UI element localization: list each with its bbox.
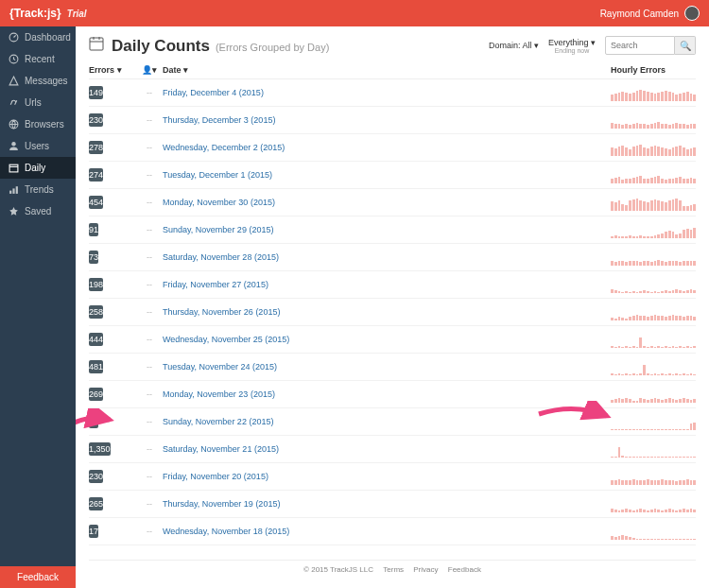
brand-name: {Track:js} [9, 7, 61, 20]
search-input[interactable] [605, 36, 675, 55]
browsers-icon [8, 119, 19, 130]
date-link[interactable]: Wednesday, November 18 (2015) [163, 527, 611, 536]
col-users[interactable]: 👤▾ [136, 65, 163, 75]
error-count-badge: 230 [89, 113, 103, 127]
copyright: © 2015 TrackJS LLC [303, 565, 373, 574]
date-link[interactable]: Tuesday, December 1 (2015) [163, 170, 611, 180]
sidebar-item-label: Users [25, 141, 49, 151]
user-count: -- [136, 115, 163, 125]
date-link[interactable]: Thursday, November 26 (2015) [163, 307, 611, 317]
sidebar-item-trends[interactable]: Trends [0, 179, 76, 200]
sidebar-item-browsers[interactable]: Browsers [0, 113, 76, 135]
svg-rect-10 [90, 38, 103, 50]
date-link[interactable]: Tuesday, November 24 (2015) [163, 362, 611, 372]
title-subtitle: (Errors Grouped by Day) [216, 42, 329, 53]
sidebar-item-users[interactable]: Users [0, 135, 76, 157]
table-row: 198--Friday, November 27 (2015) [89, 271, 696, 299]
user-name: Raymond Camden [600, 9, 679, 19]
hourly-sparkline [611, 249, 696, 266]
column-headers: Errors ▾ 👤▾ Date ▾ Hourly Errors [89, 61, 696, 79]
feedback-button[interactable]: Feedback [0, 566, 76, 588]
error-count-badge: 149 [89, 86, 103, 99]
hourly-sparkline [611, 84, 696, 101]
sort-icon: ▾ [117, 65, 122, 75]
svg-rect-7 [9, 191, 11, 194]
date-link[interactable]: Saturday, November 21 (2015) [163, 444, 611, 454]
sidebar: DashboardRecentMessagesUrlsBrowsersUsers… [0, 26, 76, 588]
topbar: {Track:js} Trial Raymond Camden [0, 0, 709, 26]
date-link[interactable]: Friday, December 4 (2015) [163, 88, 611, 97]
search-icon: 🔍 [680, 41, 691, 51]
date-link[interactable]: Thursday, December 3 (2015) [163, 115, 611, 125]
trial-badge: Trial [67, 9, 87, 19]
hourly-sparkline [611, 441, 696, 458]
main: Daily Counts (Errors Grouped by Day) Dom… [76, 26, 709, 588]
title-text: Daily Counts [112, 37, 210, 56]
sidebar-item-label: Browsers [25, 119, 64, 130]
date-link[interactable]: Thursday, November 19 (2015) [163, 499, 611, 509]
col-errors[interactable]: Errors ▾ [89, 65, 136, 75]
date-link[interactable]: Saturday, November 28 (2015) [163, 252, 611, 262]
controls: Domain: All ▾ Everything ▾Ending now 🔍 [489, 36, 696, 55]
domain-filter[interactable]: Domain: All ▾ [489, 41, 539, 50]
error-count-badge: 481 [89, 360, 103, 373]
hourly-sparkline [611, 139, 696, 156]
error-count-badge: 17 [89, 525, 98, 538]
table-row: 17--Wednesday, November 18 (2015) [89, 518, 696, 545]
sidebar-item-label: Trends [25, 184, 54, 195]
hourly-sparkline [611, 468, 696, 485]
date-link[interactable]: Friday, November 20 (2015) [163, 472, 611, 481]
search-button[interactable]: 🔍 [675, 36, 696, 55]
scope-filter[interactable]: Everything ▾Ending now [548, 38, 596, 54]
date-link[interactable]: Monday, November 30 (2015) [163, 198, 611, 207]
search: 🔍 [605, 36, 696, 55]
footer-link[interactable]: Privacy [413, 565, 438, 574]
table-row: 444--Wednesday, November 25 (2015) [89, 326, 696, 354]
sidebar-item-dashboard[interactable]: Dashboard [0, 26, 76, 48]
hourly-sparkline [611, 112, 696, 129]
table-row: 73--Saturday, November 28 (2015) [89, 244, 696, 271]
user-count: -- [136, 143, 163, 152]
user-count: -- [136, 280, 163, 289]
sidebar-item-label: Dashboard [25, 32, 71, 43]
sidebar-item-saved[interactable]: Saved [0, 200, 76, 222]
user-count: -- [136, 88, 163, 97]
error-count-badge: 258 [89, 305, 103, 319]
footer-link[interactable]: Feedback [448, 565, 481, 574]
error-count-badge: 1,350 [89, 442, 111, 456]
table-row: 274--Tuesday, December 1 (2015) [89, 162, 696, 189]
date-link[interactable]: Monday, November 23 (2015) [163, 389, 611, 399]
hourly-sparkline [611, 194, 696, 211]
date-link[interactable]: Wednesday, November 25 (2015) [163, 335, 611, 344]
date-link[interactable]: Sunday, November 29 (2015) [163, 225, 611, 234]
brand[interactable]: {Track:js} Trial [9, 7, 87, 20]
user-count: -- [136, 499, 163, 509]
calendar-icon [89, 36, 104, 51]
sidebar-item-messages[interactable]: Messages [0, 70, 76, 92]
table-row: 278--Wednesday, December 2 (2015) [89, 134, 696, 162]
date-link[interactable]: Sunday, November 22 (2015) [163, 417, 611, 426]
hourly-sparkline [611, 276, 696, 293]
sidebar-item-recent[interactable]: Recent [0, 48, 76, 70]
hourly-sparkline [611, 166, 696, 183]
table-row: 265--Thursday, November 19 (2015) [89, 491, 696, 518]
page-title: Daily Counts (Errors Grouped by Day) [89, 36, 329, 56]
footer-link[interactable]: Terms [383, 565, 404, 574]
user-count: -- [136, 389, 163, 399]
daily-icon [8, 163, 19, 173]
error-count-badge: 269 [89, 388, 103, 401]
table-row: 454--Monday, November 30 (2015) [89, 189, 696, 216]
date-link[interactable]: Friday, November 27 (2015) [163, 280, 611, 289]
footer: © 2015 TrackJS LLC Terms Privacy Feedbac… [89, 560, 696, 579]
users-icon [8, 141, 19, 151]
user-menu[interactable]: Raymond Camden [600, 6, 700, 21]
error-count-badge: 265 [89, 497, 103, 510]
table-row: 481--Tuesday, November 24 (2015) [89, 354, 696, 381]
messages-icon [8, 76, 19, 86]
sidebar-item-daily[interactable]: Daily [0, 157, 76, 179]
error-count-badge: 230 [89, 470, 103, 483]
col-hourly: Hourly Errors [611, 65, 696, 75]
date-link[interactable]: Wednesday, December 2 (2015) [163, 143, 611, 152]
sidebar-item-urls[interactable]: Urls [0, 92, 76, 113]
col-date[interactable]: Date ▾ [163, 65, 611, 75]
